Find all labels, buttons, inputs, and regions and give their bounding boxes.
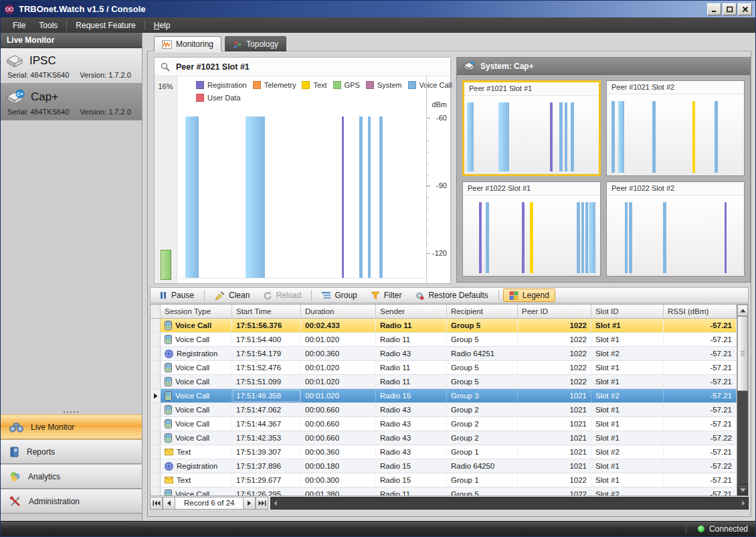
pause-button[interactable]: Pause [153,289,200,302]
mini-bar-voice [467,102,474,171]
group-button[interactable]: Group [316,289,363,302]
cell-peer-id: 1022 [518,347,591,360]
table-row[interactable]: Voice Call17:51:52.47600:01.020Radio 11G… [151,361,737,375]
sidebar-nav-administration[interactable]: Administration [1,489,142,514]
cell-peer-id: 1022 [518,319,591,332]
scroll-up-button[interactable] [737,305,748,316]
main-plot[interactable] [179,117,425,279]
device-list: IPSCSerial: 484TKS640Version: 1.7.2.0C+C… [1,48,142,121]
column-header-session-type[interactable]: Session Type [161,305,232,318]
mini-chart-peer-1022-slot-2[interactable]: Peer #1022 Slot #2 [606,181,745,277]
column-header-duration[interactable]: Duration [301,305,376,318]
table-row[interactable]: Voice Call17:51:47.06200:00.660Radio 43G… [151,403,737,417]
cell-session-type: Text [161,445,232,459]
group-icon [322,291,330,299]
menu-item-help[interactable]: Help [147,19,177,32]
column-header-selector [151,305,161,318]
cell-slot-id: Slot #2 [591,347,664,360]
cell-rssi: -57.22 [664,431,737,445]
cell-session-type: Registration [161,459,232,473]
mini-bar-text [530,202,533,274]
mini-chart-peer-1021-slot-2[interactable]: Peer #1021 Slot #2 [606,80,745,176]
mini-bar-voice [585,202,588,274]
column-header-slot-id[interactable]: Slot ID [591,305,664,318]
cell-session-type: Voice Call [161,417,232,431]
legend-item-text: Text [302,81,326,89]
column-header-recipient[interactable]: Recipient [447,305,518,318]
maximize-button[interactable] [723,3,737,15]
cell-recipient: Group 5 [447,375,518,388]
device-meta: Serial: 484TKS640Version: 1.7.2.0 [6,71,136,79]
table-row[interactable]: Text17:51:29.67700:00.300Radio 15Group 1… [151,473,737,487]
menu-bar: FileToolsRequest FeatureHelp [1,17,755,33]
next-record-button[interactable] [243,497,256,510]
reload-button[interactable]: Reload [257,289,307,302]
sidebar-splitter[interactable] [1,409,142,414]
scroll-down-button[interactable] [737,484,748,495]
legend-item-telemetry: Telemetry [253,81,296,89]
filter-icon [371,291,380,300]
device-item-ipsc[interactable]: IPSCSerial: 484TKS640Version: 1.7.2.0 [1,48,142,84]
first-record-button[interactable] [150,497,163,510]
device-item-cap[interactable]: C+Cap+Serial: 484TKS640Version: 1.7.2.0 [1,84,142,121]
column-header-start-time[interactable]: Start Time [232,305,301,318]
menu-item-file[interactable]: File [6,19,32,32]
legend-icon [509,291,518,300]
close-button[interactable] [738,3,752,15]
row-selector [151,473,161,487]
load-strip: 16% [155,76,177,283]
legend-button[interactable]: Legend [503,289,555,302]
mini-chart-title: Peer #1021 Slot #2 [607,81,744,94]
mini-chart-peer-1022-slot-1[interactable]: Peer #1022 Slot #1 [462,181,601,277]
clean-button[interactable]: Clean [209,289,256,302]
table-row[interactable]: Voice Call17:51:56.37600:02.433Radio 11G… [151,319,737,333]
legend-label: Text [313,81,326,89]
menu-item-tools[interactable]: Tools [32,19,64,32]
session-type-label: Text [177,448,191,456]
cell-duration: 00:01.380 [301,487,376,495]
column-header-peer-id[interactable]: Peer ID [518,305,591,318]
row-arrow-icon [153,393,158,399]
table-row[interactable]: Voice Call17:51:54.40000:01.020Radio 11G… [151,333,737,347]
legend-row: User Data [196,91,450,104]
cell-peer-id: 1022 [518,473,591,487]
sidebar-nav-analytics[interactable]: Analytics [1,464,142,489]
minimize-button[interactable] [707,3,721,15]
cell-duration: 00:02.433 [301,319,376,332]
sidebar-nav-reports[interactable]: Reports [1,439,142,464]
last-record-button[interactable] [256,497,268,510]
horizontal-scrollbar[interactable] [270,497,749,510]
chart-bar-voice [185,117,199,278]
cell-rssi: -57.21 [664,403,737,416]
column-header-sender[interactable]: Sender [376,305,447,318]
mini-chart-peer-1021-slot-1[interactable]: Peer #1021 Slot #1 [462,80,601,176]
table-row[interactable]: Registration17:51:54.17900:00.360Radio 4… [151,347,737,361]
previous-record-button[interactable] [163,497,175,510]
table-row[interactable]: Voice Call17:51:26.29500:01.380Radio 11G… [151,487,737,495]
legend-swatch [253,81,261,89]
table-row[interactable]: Voice Call17:51:51.09900:01.020Radio 11G… [151,375,737,389]
vertical-scroll-thumb[interactable] [737,316,748,391]
tab-topology[interactable]: Topology [225,36,286,52]
device-version: Version: 1.7.2.0 [80,108,130,116]
table-row[interactable]: Voice Call17:51:49.35800:01.020Radio 15G… [151,389,737,403]
table-row[interactable]: Text17:51:39.30700:00.360Radio 43Group 1… [151,445,737,459]
legend-row: RegistrationTelemetryTextGPSSystemVoice … [196,78,450,91]
cell-rssi: -57.21 [664,333,737,346]
cell-duration: 00:00.660 [301,403,376,416]
menu-item-request-feature[interactable]: Request Feature [69,19,142,32]
table-row[interactable]: Voice Call17:51:42.35300:00.660Radio 43G… [151,431,737,445]
restore-defaults-button[interactable]: Restore Defaults [409,289,494,302]
cell-sender: Radio 11 [376,487,447,495]
table-row[interactable]: Voice Call17:51:44.36700:00.660Radio 43G… [151,417,737,431]
system-server-icon [463,61,475,71]
filter-button[interactable]: Filter [365,289,408,302]
vertical-scrollbar[interactable] [737,305,748,495]
column-header-rssi-dbm[interactable]: RSSI (dBm) [664,305,737,318]
mini-bar-voice [577,202,580,274]
sidebar-nav-live-monitor[interactable]: Live Monitor [1,414,142,439]
table-row[interactable]: Registration17:51:37.89600:00.180Radio 1… [151,459,737,473]
device-row: C+Cap+ [6,89,136,104]
button-label: Group [335,291,357,300]
tab-monitoring[interactable]: Monitoring [154,36,221,52]
